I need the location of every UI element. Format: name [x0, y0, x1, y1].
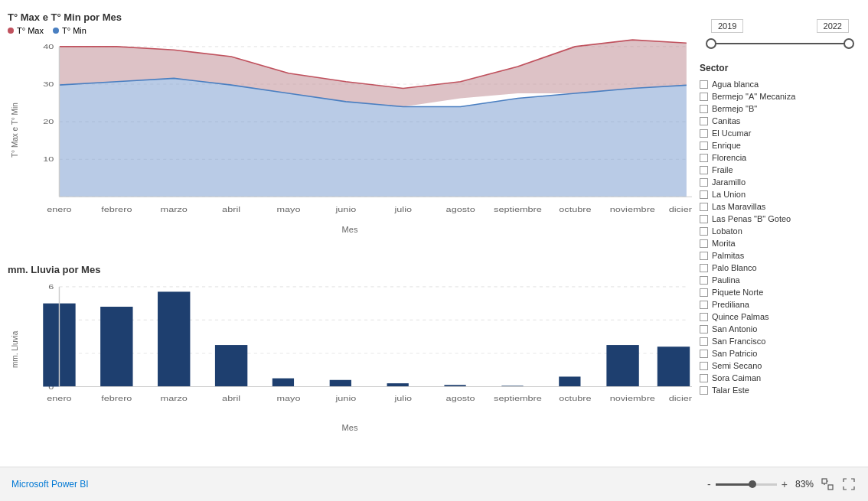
sector-item[interactable]: Canitas: [700, 115, 860, 127]
bottom-chart-wrapper: mm. Lluvia 6 4 2 0: [8, 278, 692, 420]
sector-checkbox[interactable]: [700, 362, 708, 370]
bottom-chart-container: mm. Lluvia por Mes mm. Lluvia 6 4 2 0: [8, 264, 692, 447]
zoom-slider[interactable]: [716, 483, 777, 486]
svg-text:mayo: mayo: [276, 394, 300, 402]
sector-checkbox[interactable]: [700, 93, 708, 101]
sector-item[interactable]: Bermejo "A" Mecaniza: [700, 90, 860, 102]
sector-checkbox[interactable]: [700, 288, 708, 297]
sector-item[interactable]: Quince Palmas: [700, 311, 860, 323]
sector-checkbox[interactable]: [700, 264, 708, 272]
sector-checkbox[interactable]: [700, 190, 708, 199]
sector-item[interactable]: La Union: [700, 188, 860, 200]
top-chart-inner: 40 30 20 10: [21, 38, 692, 222]
sector-checkbox[interactable]: [700, 142, 708, 150]
sector-item-label: Palmitas: [712, 251, 744, 260]
sector-item[interactable]: Palmitas: [700, 249, 860, 262]
sector-item[interactable]: San Patricio: [700, 347, 860, 359]
sector-item[interactable]: San Antonio: [700, 323, 860, 335]
sector-item[interactable]: Prediliana: [700, 298, 860, 311]
zoom-minus-btn[interactable]: -: [707, 478, 711, 490]
sector-item[interactable]: El Ucumar: [700, 127, 860, 139]
sector-item[interactable]: Fraile: [700, 164, 860, 176]
svg-text:agosto: agosto: [446, 394, 475, 402]
sector-checkbox[interactable]: [700, 117, 708, 125]
fit-page-icon[interactable]: [820, 477, 835, 492]
sector-checkbox[interactable]: [700, 276, 708, 285]
sector-item[interactable]: Semi Secano: [700, 359, 860, 372]
sector-checkbox[interactable]: [700, 80, 708, 89]
sector-item-label: Fraile: [712, 165, 733, 174]
svg-rect-45: [658, 346, 690, 386]
svg-text:junio: junio: [334, 394, 356, 402]
svg-text:40: 40: [43, 43, 54, 50]
svg-text:julio: julio: [393, 205, 412, 213]
sector-checkbox[interactable]: [700, 313, 708, 321]
sector-checkbox[interactable]: [700, 252, 708, 260]
legend-dot-min: [53, 28, 59, 34]
sector-item[interactable]: Agua blanca: [700, 78, 860, 90]
sector-checkbox[interactable]: [700, 178, 708, 187]
fullscreen-icon[interactable]: [841, 477, 857, 492]
sector-item[interactable]: San Francisco: [700, 335, 860, 347]
sector-item-label: La Union: [712, 190, 746, 199]
sector-item[interactable]: Talar Este: [700, 384, 860, 396]
right-panel: 2019 2022 Sector Agua blancaBermejo "A" …: [700, 8, 868, 467]
sector-item[interactable]: Las Penas "B" Goteo: [700, 213, 860, 225]
svg-rect-43: [559, 376, 580, 386]
sector-item[interactable]: Las Maravillas: [700, 200, 860, 213]
svg-rect-40: [387, 383, 409, 386]
svg-rect-36: [158, 291, 190, 386]
sector-checkbox[interactable]: [700, 154, 708, 162]
sector-item-label: El Ucumar: [712, 129, 751, 138]
sector-checkbox[interactable]: [700, 203, 708, 211]
sector-checkbox[interactable]: [700, 215, 708, 223]
sector-checkbox[interactable]: [700, 227, 708, 236]
sector-item[interactable]: Sora Caiman: [700, 372, 860, 384]
zoom-fill: [716, 483, 752, 486]
sector-checkbox[interactable]: [700, 374, 708, 382]
sector-checkbox[interactable]: [700, 337, 708, 346]
zoom-plus-btn[interactable]: +: [782, 478, 788, 490]
zoom-thumb-icon[interactable]: [749, 480, 756, 488]
sector-checkbox[interactable]: [700, 386, 708, 395]
sector-checkbox[interactable]: [700, 129, 708, 138]
range-slider-container[interactable]: [711, 36, 849, 51]
sector-item[interactable]: Jaramillo: [700, 176, 860, 188]
sector-item[interactable]: Lobaton: [700, 225, 860, 237]
zoom-controls: - + 83%: [707, 478, 814, 490]
sector-list[interactable]: Agua blancaBermejo "A" MecanizaBermejo "…: [700, 78, 860, 430]
svg-rect-39: [330, 380, 351, 387]
sector-item[interactable]: Piquete Norte: [700, 286, 860, 298]
sector-checkbox[interactable]: [700, 105, 708, 113]
sector-checkbox[interactable]: [700, 350, 708, 358]
top-chart-title: T° Max e T° Min por Mes: [8, 11, 692, 23]
svg-text:10: 10: [43, 155, 54, 163]
range-thumb-left[interactable]: [706, 38, 716, 49]
zoom-percent: 83%: [795, 479, 814, 490]
svg-text:abril: abril: [222, 205, 240, 213]
range-thumb-right[interactable]: [844, 38, 854, 49]
sector-item[interactable]: Bermejo "B": [700, 102, 860, 115]
sector-title: Sector: [700, 63, 860, 73]
svg-rect-38: [272, 379, 294, 387]
sector-item-label: Las Penas "B" Goteo: [712, 214, 791, 223]
sector-checkbox[interactable]: [700, 325, 708, 333]
year-range[interactable]: 2019 2022: [700, 15, 860, 55]
sector-checkbox[interactable]: [700, 239, 708, 248]
sector-item[interactable]: Palo Blanco: [700, 262, 860, 274]
sector-item[interactable]: Paulina: [700, 274, 860, 286]
svg-text:marzo: marzo: [161, 205, 188, 213]
powerbi-link[interactable]: Microsoft Power BI: [11, 479, 89, 490]
sector-checkbox[interactable]: [700, 301, 708, 309]
svg-text:febrero: febrero: [101, 205, 132, 213]
sector-item-label: Paulina: [712, 275, 740, 285]
sector-item-label: Piquete Norte: [712, 288, 763, 297]
svg-rect-60: [822, 479, 827, 483]
svg-text:enero: enero: [47, 205, 71, 213]
sector-item[interactable]: Florencia: [700, 151, 860, 164]
sector-item[interactable]: Enrique: [700, 139, 860, 151]
svg-text:noviembre: noviembre: [610, 394, 655, 402]
svg-rect-61: [828, 485, 833, 490]
sector-item[interactable]: Morita: [700, 237, 860, 249]
sector-checkbox[interactable]: [700, 166, 708, 174]
